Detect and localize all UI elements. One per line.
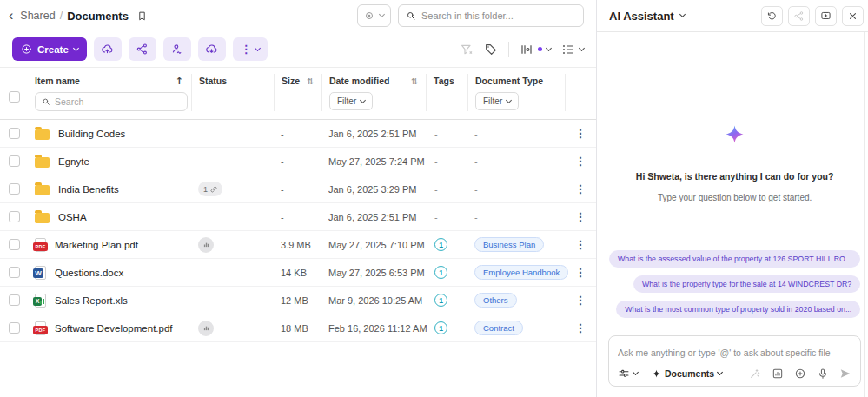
column-header-document-type[interactable]: Document Type [468,74,565,88]
sort-icon[interactable]: ⇅ [307,76,314,86]
row-checkbox[interactable] [9,294,20,306]
share-button[interactable] [129,37,156,61]
date-filter-button[interactable]: Filter [329,92,373,110]
row-checkbox[interactable] [9,211,20,222]
table-row[interactable]: India Benefits1-Jan 6, 2025 3:29 PM--⋮ [0,175,596,203]
list-view-toggle[interactable] [561,43,584,56]
attach-plus-icon[interactable] [794,367,806,380]
item-name[interactable]: India Benefits [58,184,119,195]
select-all-checkbox[interactable] [9,91,20,103]
breadcrumb-parent[interactable]: Shared [20,10,55,22]
item-name[interactable]: Questions.docx [55,268,123,278]
microphone-icon[interactable] [817,367,829,380]
tag-count-badge[interactable]: 1 [434,266,447,279]
item-name[interactable]: Marketing Plan.pdf [55,240,138,250]
name-filter-input[interactable] [55,96,181,107]
magic-wand-icon[interactable] [749,367,761,380]
request-signature-button[interactable] [163,37,191,61]
item-size: 3.9 MB [274,231,321,258]
document-type-pill[interactable]: Employee Handbook [474,265,568,280]
row-checkbox[interactable] [9,183,20,195]
item-tags: 1 [426,259,467,286]
tag-icon[interactable] [484,43,498,56]
bar-chart-icon [202,241,210,248]
ai-question-input[interactable] [618,347,851,358]
item-name[interactable]: Software Development.pdf [55,323,173,334]
new-chat-button[interactable] [815,6,837,26]
scrollbar-track[interactable] [864,32,865,397]
send-icon[interactable] [839,367,851,380]
sort-ascending-icon[interactable]: ↑ [176,76,183,87]
row-menu-icon[interactable]: ⋮ [575,239,586,250]
share-chat-button[interactable] [788,6,810,26]
links-count-badge[interactable]: 1 [198,182,222,196]
search-icon [42,97,50,106]
item-size: - [274,148,321,175]
item-date-modified: May 27, 2025 7:10 PM [321,231,426,258]
column-header-size[interactable]: Size ⇅ [275,74,321,88]
row-menu-icon[interactable]: ⋮ [575,294,586,306]
document-type-pill[interactable]: Others [474,293,517,308]
more-actions-button[interactable]: ⋮ [233,37,268,61]
download-button[interactable] [198,37,226,61]
item-name[interactable]: OSHA [58,212,87,222]
search-scope-dropdown[interactable] [357,4,391,27]
close-panel-button[interactable] [842,6,864,26]
item-document-type: Business Plan [467,231,565,258]
table-row[interactable]: PDFMarketing Plan.pdf3.9 MBMay 27, 2025 … [0,231,596,259]
ai-assistant-title[interactable]: AI Assistant [609,10,674,23]
ai-settings-dropdown[interactable] [618,367,638,380]
tag-count-badge[interactable]: 1 [434,238,447,251]
tag-count-badge[interactable]: 1 [434,321,447,334]
row-menu-icon[interactable]: ⋮ [575,267,586,278]
column-header-date-modified[interactable]: Date modified ⇅ [322,74,426,88]
insert-chart-icon[interactable] [772,367,784,380]
bookmark-icon[interactable] [136,10,148,22]
item-name[interactable]: Building Codes [58,129,125,139]
ai-scope-selector[interactable]: Documents [652,368,722,379]
insights-chart-badge[interactable] [198,237,214,253]
folder-search-input[interactable] [421,10,576,21]
document-type-filter-button[interactable]: Filter [475,92,519,110]
document-type-pill[interactable]: Contract [474,321,523,335]
table-row[interactable]: XSales Report.xls12 MBMar 9, 2026 10:25 … [0,287,596,314]
item-name[interactable]: Egnyte [58,156,89,167]
upload-button[interactable] [94,37,122,61]
row-checkbox[interactable] [9,322,20,334]
column-header-status[interactable]: Status [192,74,274,88]
word-file-icon: W [35,266,46,280]
row-menu-icon[interactable]: ⋮ [575,128,586,139]
row-menu-icon[interactable]: ⋮ [575,155,586,167]
row-checkbox[interactable] [9,155,20,167]
column-header-tags[interactable]: Tags [427,74,467,88]
item-date-modified: Jan 6, 2025 2:51 PM [321,120,426,147]
table-row[interactable]: PDFSoftware Development.pdf18 MBFeb 16, … [0,314,596,342]
sort-icon[interactable]: ⇅ [411,76,418,86]
item-name[interactable]: Sales Report.xls [55,295,128,306]
suggestion-chip[interactable]: What is the most common type of property… [616,301,860,318]
row-menu-icon[interactable]: ⋮ [575,322,586,334]
row-checkbox[interactable] [9,128,20,139]
insights-chart-badge[interactable] [198,321,214,336]
chevron-down-icon[interactable] [679,11,686,17]
history-button[interactable] [761,6,783,26]
row-menu-icon[interactable]: ⋮ [575,183,586,195]
row-checkbox[interactable] [9,267,20,278]
table-row[interactable]: Building Codes-Jan 6, 2025 2:51 PM--⋮ [0,120,596,148]
tag-count-badge[interactable]: 1 [434,294,447,307]
share-icon [136,43,149,56]
back-chevron-icon[interactable]: ‹ [9,9,13,23]
item-document-type: Contract [467,314,565,341]
document-type-pill[interactable]: Business Plan [474,237,544,252]
suggestion-chip[interactable]: What is the assessed value of the proper… [609,250,860,268]
column-header-item-name[interactable]: Item name ↑ [28,74,191,88]
table-row[interactable]: OSHA-Jan 6, 2025 2:51 PM--⋮ [0,203,596,231]
table-row[interactable]: WQuestions.docx14 KBMay 27, 2025 6:53 PM… [0,259,596,287]
suggestion-chip[interactable]: What is the property type for the sale a… [633,275,860,293]
row-checkbox[interactable] [9,239,20,250]
row-menu-icon[interactable]: ⋮ [575,211,586,222]
clear-filters-icon[interactable] [460,43,474,56]
create-button[interactable]: Create [12,37,87,61]
column-view-toggle[interactable] [520,43,551,56]
table-row[interactable]: Egnyte-May 27, 2025 7:24 PM--⋮ [0,148,596,175]
